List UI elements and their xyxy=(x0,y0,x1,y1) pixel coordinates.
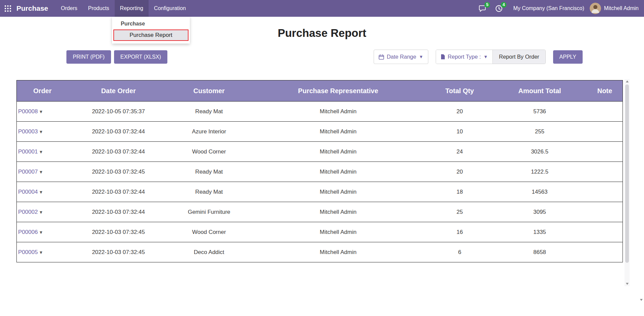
nav-item-configuration[interactable]: Configuration xyxy=(149,0,191,17)
representative-cell: Mitchell Admin xyxy=(249,122,427,142)
scrollbar-thumb[interactable] xyxy=(625,84,629,263)
col-header-amount-total: Amount Total xyxy=(492,80,587,102)
activities-badge: 4 xyxy=(501,2,506,8)
reporting-dropdown-menu: Purchase Purchase Report xyxy=(112,17,190,44)
order-link[interactable]: P00007 xyxy=(18,169,38,175)
report-type-dropdown[interactable]: Report Type : ▼ xyxy=(436,50,493,64)
table-row: P00002▼2022-10-03 07:32:44Gemini Furnitu… xyxy=(17,202,623,222)
date-order-cell: 2022-10-05 07:35:37 xyxy=(68,102,169,122)
order-cell: P00006▼ xyxy=(17,222,68,242)
scrollbar-down-arrow[interactable] xyxy=(625,281,630,286)
nav-item-orders[interactable]: Orders xyxy=(56,0,83,17)
activities-clock-icon[interactable]: 4 xyxy=(495,5,502,12)
report-type-value: Report By Order xyxy=(492,50,545,64)
amount-total-cell: 255 xyxy=(492,122,587,142)
date-order-cell: 2022-10-03 07:32:45 xyxy=(68,242,169,262)
export-xlsx-button[interactable]: EXPORT (XLSX) xyxy=(114,50,167,64)
representative-cell: Mitchell Admin xyxy=(249,242,427,262)
calendar-icon xyxy=(379,54,384,60)
caret-down-icon: ▼ xyxy=(39,230,43,235)
order-link[interactable]: P00006 xyxy=(18,229,38,235)
representative-cell: Mitchell Admin xyxy=(249,142,427,162)
col-header-date-order: Date Order xyxy=(68,80,169,102)
app-name[interactable]: Purchase xyxy=(16,4,48,12)
page-title: Purchase Report xyxy=(0,17,644,40)
col-header-note: Note xyxy=(587,80,623,102)
customer-cell: Ready Mat xyxy=(169,162,249,182)
navbar-right: 5 4 My Company (San Francisco) Mitchell … xyxy=(474,3,639,14)
representative-cell: Mitchell Admin xyxy=(249,162,427,182)
order-link[interactable]: P00004 xyxy=(18,189,38,195)
print-pdf-button[interactable]: PRINT (PDF) xyxy=(66,50,111,64)
amount-total-cell: 3026.5 xyxy=(492,142,587,162)
apply-button[interactable]: APPLY xyxy=(553,50,583,64)
caret-down-icon: ▼ xyxy=(39,210,43,215)
order-link[interactable]: P00003 xyxy=(18,128,38,135)
nav-item-reporting[interactable]: Reporting xyxy=(115,0,149,17)
note-cell xyxy=(587,222,623,242)
table-row: P00004▼2022-10-03 07:32:44Ready MatMitch… xyxy=(17,182,623,202)
report-type-label: Report Type : xyxy=(448,54,481,60)
page-scrollbar-down-arrow[interactable] xyxy=(640,301,643,307)
amount-total-cell: 8658 xyxy=(492,242,587,262)
order-cell: P00008▼ xyxy=(17,102,68,122)
total-qty-cell: 10 xyxy=(427,122,492,142)
table-scrollbar xyxy=(625,79,630,286)
total-qty-cell: 25 xyxy=(427,202,492,222)
order-cell: P00005▼ xyxy=(17,242,68,262)
order-link[interactable]: P00002 xyxy=(18,209,38,215)
toolbar-left: PRINT (PDF) EXPORT (XLSX) xyxy=(66,50,167,64)
apps-grid-icon[interactable] xyxy=(5,5,11,12)
table-row: P00008▼2022-10-05 07:35:37Ready MatMitch… xyxy=(17,102,623,122)
order-cell: P00003▼ xyxy=(17,122,68,142)
caret-down-icon: ▼ xyxy=(484,54,488,59)
date-order-cell: 2022-10-03 07:32:44 xyxy=(68,122,169,142)
amount-total-cell: 14563 xyxy=(492,182,587,202)
representative-cell: Mitchell Admin xyxy=(249,102,427,122)
representative-cell: Mitchell Admin xyxy=(249,202,427,222)
representative-cell: Mitchell Admin xyxy=(249,222,427,242)
note-cell xyxy=(587,122,623,142)
note-cell xyxy=(587,182,623,202)
caret-down-icon: ▼ xyxy=(39,129,43,134)
note-cell xyxy=(587,102,623,122)
total-qty-cell: 18 xyxy=(427,182,492,202)
total-qty-cell: 6 xyxy=(427,242,492,262)
user-menu[interactable]: Mitchell Admin xyxy=(590,3,639,14)
order-link[interactable]: P00001 xyxy=(18,148,38,155)
menu-item-purchase-report[interactable]: Purchase Report xyxy=(113,29,189,41)
representative-cell: Mitchell Admin xyxy=(249,182,427,202)
order-link[interactable]: P00008 xyxy=(18,108,38,115)
report-table-body: P00008▼2022-10-05 07:35:37Ready MatMitch… xyxy=(17,102,623,262)
note-cell xyxy=(587,202,623,222)
report-icon xyxy=(441,54,445,59)
table-row: P00005▼2022-10-03 07:32:45Deco AddictMit… xyxy=(17,242,623,262)
order-cell: P00001▼ xyxy=(17,142,68,162)
date-order-cell: 2022-10-03 07:32:44 xyxy=(68,202,169,222)
note-cell xyxy=(587,242,623,262)
order-cell: P00004▼ xyxy=(17,182,68,202)
note-cell xyxy=(587,142,623,162)
table-row: P00007▼2022-10-03 07:32:45Ready MatMitch… xyxy=(17,162,623,182)
company-switcher[interactable]: My Company (San Francisco) xyxy=(513,5,584,11)
scrollbar-up-arrow[interactable] xyxy=(625,79,630,84)
amount-total-cell: 3095 xyxy=(492,202,587,222)
date-range-dropdown[interactable]: Date Range ▼ xyxy=(374,50,428,64)
amount-total-cell: 1335 xyxy=(492,222,587,242)
caret-down-icon: ▼ xyxy=(39,190,43,195)
col-header-customer: Customer xyxy=(169,80,249,102)
caret-down-icon: ▼ xyxy=(39,250,43,255)
order-link[interactable]: P00005 xyxy=(18,249,38,255)
messages-icon[interactable]: 5 xyxy=(479,5,486,12)
nav-item-products[interactable]: Products xyxy=(83,0,114,17)
main-menu: Orders Products Reporting Configuration xyxy=(56,0,192,17)
table-row: P00006▼2022-10-03 07:32:45Wood CornerMit… xyxy=(17,222,623,242)
customer-cell: Gemini Furniture xyxy=(169,202,249,222)
amount-total-cell: 5736 xyxy=(492,102,587,122)
col-header-total-qty: Total Qty xyxy=(427,80,492,102)
caret-down-icon: ▼ xyxy=(39,149,43,154)
caret-down-icon: ▼ xyxy=(419,54,423,59)
col-header-representative: Purchase Representative xyxy=(249,80,427,102)
report-type-group: Report Type : ▼ Report By Order xyxy=(436,50,546,64)
customer-cell: Azure Interior xyxy=(169,122,249,142)
